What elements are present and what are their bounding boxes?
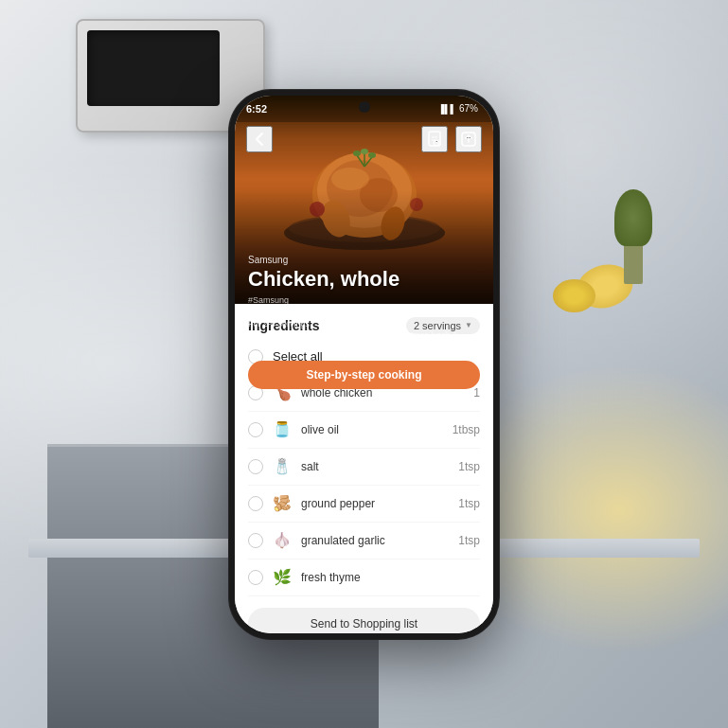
status-time: 6:52 bbox=[246, 103, 267, 115]
recipe-tag: #Samsung bbox=[248, 295, 480, 305]
recipe-source: Samsung bbox=[248, 255, 480, 265]
signal-icon: ▐▌▌ bbox=[438, 104, 456, 114]
back-button[interactable] bbox=[246, 126, 273, 152]
step-by-step-button[interactable]: Step-by-step cooking bbox=[248, 361, 480, 389]
share-button[interactable] bbox=[455, 126, 482, 152]
plant-decoration bbox=[614, 189, 652, 284]
lemon2-decoration bbox=[553, 279, 595, 312]
status-icons: ▐▌▌ 67% bbox=[438, 103, 478, 114]
phone-device: 6:52 ▐▌▌ 67% bbox=[229, 90, 499, 639]
phone-frame: 6:52 ▐▌▌ 67% bbox=[229, 90, 499, 639]
bookmark-button[interactable] bbox=[421, 126, 448, 152]
navigation-bar bbox=[235, 122, 493, 156]
recipe-servings-note: For 2-4 servings bbox=[248, 319, 480, 328]
phone-screen: 6:52 ▐▌▌ 67% bbox=[235, 96, 493, 633]
recipe-meta: Prep 30 m Cook 60 m Calories 2764.33 Kca… bbox=[248, 308, 480, 317]
svg-point-8 bbox=[331, 168, 369, 190]
recipe-title: Chicken, whole bbox=[248, 267, 480, 292]
camera-notch bbox=[359, 101, 370, 113]
recipe-description: Roast chicken is perfect for Sunday and … bbox=[248, 330, 480, 351]
recipe-info-overlay: Samsung Chicken, whole #Samsung Prep 30 … bbox=[235, 247, 493, 633]
battery-icon: 67% bbox=[459, 103, 478, 114]
nav-actions-group bbox=[421, 126, 482, 152]
